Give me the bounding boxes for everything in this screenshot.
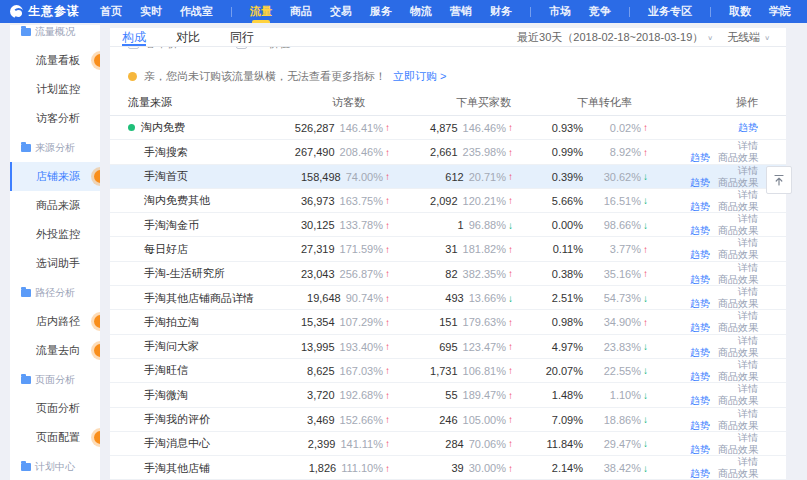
sidebar-section-页面分析[interactable]: 页面分析	[10, 365, 100, 394]
product-effect-link[interactable]: 商品效果	[718, 395, 758, 407]
nav-item-财务[interactable]: 财务	[490, 0, 512, 23]
nav-item-服务[interactable]: 服务	[370, 0, 392, 23]
detail-link[interactable]: 详情	[738, 456, 758, 468]
trend-link[interactable]: 趋势	[738, 122, 758, 134]
metric-change: 107.29%	[340, 316, 383, 328]
nav-item-取数[interactable]: 取数	[729, 0, 751, 23]
nav-item-竞争[interactable]: 竞争	[589, 0, 611, 23]
nav-item-学院[interactable]: 学院	[769, 0, 791, 23]
nav-item-作战室[interactable]: 作战室	[180, 0, 213, 23]
trend-link[interactable]: 趋势	[690, 274, 710, 286]
app-logo-icon	[10, 5, 23, 18]
nav-item-业务专区[interactable]: 业务专区	[648, 0, 692, 23]
product-effect-link[interactable]: 商品效果	[718, 322, 758, 334]
nav-item-商品[interactable]: 商品	[290, 0, 312, 23]
detail-link[interactable]: 详情	[738, 359, 758, 371]
detail-link[interactable]: 详情	[738, 432, 758, 444]
metric-change: 96.88%	[469, 219, 506, 231]
sidebar-item-流量看板[interactable]: 流量看板	[10, 46, 100, 75]
product-effect-link[interactable]: 商品效果	[718, 249, 758, 261]
trend-link[interactable]: 趋势	[690, 468, 710, 480]
product-effect-link[interactable]: 商品效果	[718, 152, 758, 164]
sidebar-item-店内路径[interactable]: 店内路径	[10, 307, 100, 336]
trend-link[interactable]: 趋势	[690, 177, 710, 189]
metric-value: 82	[445, 268, 457, 280]
sidebar-section-计划中心[interactable]: 计划中心	[10, 452, 100, 480]
detail-link[interactable]: 详情	[738, 165, 758, 177]
product-effect-link[interactable]: 商品效果	[718, 298, 758, 310]
trend-link[interactable]: 趋势	[690, 371, 710, 383]
trend-link[interactable]: 趋势	[690, 347, 710, 359]
trend-link[interactable]: 趋势	[690, 444, 710, 456]
detail-link[interactable]: 详情	[738, 237, 758, 249]
sidebar-section-流量概况[interactable]: 流量概况	[10, 25, 100, 46]
sidebar-item-店铺来源[interactable]: 店铺来源	[10, 162, 100, 191]
trend-link[interactable]: 趋势	[690, 395, 710, 407]
product-effect-link[interactable]: 商品效果	[718, 274, 758, 286]
nav-item-物流[interactable]: 物流	[410, 0, 432, 23]
sidebar-item-外投监控[interactable]: 外投监控	[10, 220, 100, 249]
product-effect-link[interactable]: 商品效果	[718, 201, 758, 213]
product-effect-link[interactable]: 商品效果	[718, 225, 758, 237]
detail-link[interactable]: 详情	[738, 262, 758, 274]
arrow-down-icon: ↓	[643, 293, 648, 304]
detail-link[interactable]: 详情	[738, 310, 758, 322]
back-to-top-button[interactable]	[766, 166, 792, 194]
detail-link[interactable]: 详情	[738, 286, 758, 298]
metric-value: 2.14%	[552, 462, 583, 474]
product-effect-link[interactable]: 商品效果	[718, 420, 758, 432]
detail-link[interactable]: 详情	[738, 140, 758, 152]
sidebar-item-商品来源[interactable]: 商品来源	[10, 191, 100, 220]
sidebar-item-流量去向[interactable]: 流量去向	[10, 336, 100, 365]
sidebar-item-计划监控[interactable]: 计划监控	[10, 75, 100, 104]
arrow-up-icon: ↑	[643, 317, 648, 328]
nav-item-首页[interactable]: 首页	[100, 0, 122, 23]
sidebar-item-页面分析[interactable]: 页面分析	[10, 394, 100, 423]
ops-cell: 详情趋势商品效果	[670, 359, 786, 383]
sidebar-section-来源分析[interactable]: 来源分析	[10, 133, 100, 162]
detail-link[interactable]: 详情	[738, 189, 758, 201]
metric-change: 18.86%	[595, 414, 641, 426]
trend-link[interactable]: 趋势	[690, 322, 710, 334]
sidebar-item-访客分析[interactable]: 访客分析	[10, 104, 100, 133]
detail-link[interactable]: 详情	[738, 383, 758, 395]
arrow-up-icon: ↑	[508, 317, 513, 328]
tab-对比[interactable]: 对比	[176, 28, 200, 46]
metric-change: 106.81%	[463, 365, 506, 377]
metric-value: 20.07%	[546, 365, 583, 377]
metric-value: 246	[439, 414, 457, 426]
metric-checkbox-客单价[interactable]: 客单价	[128, 47, 178, 51]
trend-link[interactable]: 趋势	[690, 420, 710, 432]
nav-item-市场[interactable]: 市场	[549, 0, 571, 23]
app-brand[interactable]: 生意参谋	[0, 0, 94, 23]
product-effect-link[interactable]: 商品效果	[718, 444, 758, 456]
product-effect-link[interactable]: 商品效果	[718, 177, 758, 189]
trend-link[interactable]: 趋势	[690, 298, 710, 310]
trend-link[interactable]: 趋势	[690, 201, 710, 213]
trend-link[interactable]: 趋势	[690, 152, 710, 164]
trend-link[interactable]: 趋势	[690, 249, 710, 261]
detail-link[interactable]: 详情	[738, 335, 758, 347]
metric-checkbox-UV价值[interactable]: UV价值	[236, 47, 290, 51]
nav-item-流量[interactable]: 流量	[250, 0, 272, 23]
nav-item-交易[interactable]: 交易	[330, 0, 352, 23]
detail-link[interactable]: 详情	[738, 408, 758, 420]
nav-item-营销[interactable]: 营销	[450, 0, 472, 23]
sidebar-item-选词助手[interactable]: 选词助手	[10, 249, 100, 278]
product-effect-link[interactable]: 商品效果	[718, 468, 758, 480]
nav-item-实时[interactable]: 实时	[140, 0, 162, 23]
conversion-cell: 1.48%1.10%↓	[525, 389, 670, 401]
subscribe-now-link[interactable]: 立即订购 >	[393, 69, 446, 84]
product-effect-link[interactable]: 商品效果	[718, 347, 758, 359]
table-row: 手淘首页158,49874.00%↑61220.71%↑0.39%30.62%↓…	[110, 165, 786, 189]
sidebar-item-页面配置[interactable]: 页面配置	[10, 423, 100, 452]
trend-link[interactable]: 趋势	[690, 225, 710, 237]
sidebar-section-路径分析[interactable]: 路径分析	[10, 278, 100, 307]
detail-link[interactable]: 详情	[738, 213, 758, 225]
terminal-select[interactable]: 无线端 ∨	[727, 30, 770, 45]
tab-同行[interactable]: 同行	[230, 28, 254, 46]
ops-cell: 详情趋势商品效果	[670, 213, 786, 237]
product-effect-link[interactable]: 商品效果	[718, 371, 758, 383]
tab-构成[interactable]: 构成	[122, 28, 146, 46]
date-range-select[interactable]: 最近30天（2018-02-18~2018-03-19） ∨	[517, 30, 713, 45]
